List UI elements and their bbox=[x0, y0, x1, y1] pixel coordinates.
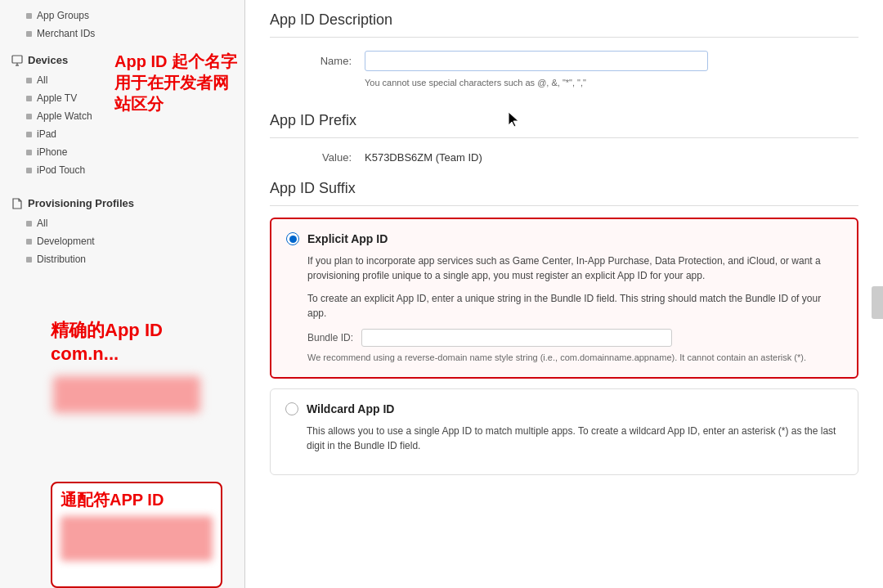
bullet-icon bbox=[26, 114, 32, 119]
sidebar-item-merchant-ids[interactable]: Merchant IDs bbox=[0, 25, 244, 43]
devices-title: Devices bbox=[28, 54, 68, 66]
suffix-section-title: App ID Suffix bbox=[270, 168, 858, 206]
sidebar-item-iphone[interactable]: iPhone bbox=[0, 143, 244, 161]
wildcard-card-header: Wildcard App ID bbox=[285, 402, 843, 415]
bullet-icon bbox=[26, 78, 32, 83]
sidebar-item-label: Apple Watch bbox=[37, 110, 92, 122]
wildcard-card-title: Wildcard App ID bbox=[307, 402, 394, 415]
wildcard-annotation-title: 通配符APP ID bbox=[52, 483, 221, 513]
bundle-id-input[interactable] bbox=[361, 329, 672, 347]
sidebar-item-app-groups[interactable]: App Groups bbox=[0, 7, 244, 25]
svg-rect-0 bbox=[12, 56, 22, 63]
bullet-icon bbox=[26, 31, 32, 37]
prefix-value-row: Value: K573DBS6ZM (Team ID) bbox=[270, 151, 858, 164]
sidebar-item-label: App Groups bbox=[37, 10, 89, 21]
sidebar-item-label: Distribution bbox=[37, 254, 86, 265]
wildcard-card-body: This allows you to use a single App ID t… bbox=[307, 424, 843, 453]
explicit-card-header: Explicit App ID bbox=[286, 232, 842, 245]
sidebar-item-label: iPod Touch bbox=[37, 164, 85, 176]
prefix-value-text: K573DBS6ZM (Team ID) bbox=[365, 151, 482, 164]
sidebar: App Groups Merchant IDs Devices All Appl… bbox=[0, 0, 245, 588]
provisioning-section: Provisioning Profiles All Development Di… bbox=[0, 186, 244, 275]
bullet-icon bbox=[26, 239, 32, 245]
wildcard-radio-button[interactable] bbox=[285, 402, 298, 415]
sidebar-item-label: Apple TV bbox=[37, 92, 77, 104]
bullet-icon bbox=[26, 168, 32, 173]
name-label: Name: bbox=[270, 55, 352, 67]
wildcard-app-id-card[interactable]: Wildcard App ID This allows you to use a… bbox=[270, 388, 858, 475]
bullet-icon bbox=[26, 132, 32, 137]
bullet-icon bbox=[26, 96, 32, 101]
blurred-content-2 bbox=[61, 516, 213, 561]
description-section-title: App ID Description bbox=[270, 0, 858, 38]
bundle-id-row: Bundle ID: bbox=[307, 329, 842, 347]
name-input[interactable] bbox=[365, 51, 708, 71]
sidebar-item-label: All bbox=[37, 218, 47, 229]
explicit-card-title: Explicit App ID bbox=[307, 232, 388, 245]
sidebar-item-label: iPhone bbox=[37, 146, 67, 158]
sidebar-item-all-profiles[interactable]: All bbox=[0, 214, 244, 232]
sidebar-item-ipod-touch[interactable]: iPod Touch bbox=[0, 161, 244, 179]
name-row: Name: bbox=[270, 51, 858, 71]
provisioning-title: Provisioning Profiles bbox=[28, 197, 134, 209]
main-panel: App ID Description Name: You cannot use … bbox=[245, 0, 883, 588]
provisioning-header[interactable]: Provisioning Profiles bbox=[0, 192, 244, 214]
monitor-icon bbox=[11, 55, 23, 66]
annotation-precise-app-id: 精确的App ID com.n... bbox=[51, 319, 163, 366]
sidebar-item-label: Merchant IDs bbox=[37, 28, 95, 39]
prefix-value-label: Value: bbox=[270, 151, 352, 164]
sidebar-item-distribution[interactable]: Distribution bbox=[0, 250, 244, 268]
prefix-section-title: App ID Prefix bbox=[270, 101, 858, 138]
explicit-app-id-card[interactable]: Explicit App ID If you plan to incorpora… bbox=[270, 218, 858, 379]
bullet-icon bbox=[26, 257, 32, 263]
bundle-id-hint: We recommend using a reverse-domain name… bbox=[307, 352, 842, 364]
wildcard-annotation-box: 通配符APP ID bbox=[51, 482, 222, 588]
sidebar-item-label: iPad bbox=[37, 128, 56, 140]
bullet-icon bbox=[26, 150, 32, 155]
sidebar-item-label: Development bbox=[37, 236, 95, 247]
name-hint: You cannot use special characters such a… bbox=[365, 78, 858, 88]
blurred-content-1 bbox=[53, 376, 200, 413]
explicit-card-body1: If you plan to incorporate app services … bbox=[307, 254, 842, 283]
bundle-id-label: Bundle ID: bbox=[307, 332, 353, 343]
scroll-handle[interactable] bbox=[872, 286, 883, 319]
bullet-icon bbox=[26, 221, 32, 227]
sidebar-item-development[interactable]: Development bbox=[0, 232, 244, 250]
annotation-app-id-name: App ID 起个名字 用于在开发者网站区分 bbox=[114, 51, 244, 114]
explicit-card-body2: To create an explicit App ID, enter a un… bbox=[307, 291, 842, 321]
document-icon bbox=[11, 198, 23, 209]
sidebar-item-label: All bbox=[37, 74, 47, 86]
sidebar-item-ipad[interactable]: iPad bbox=[0, 125, 244, 143]
bullet-icon bbox=[26, 13, 32, 19]
explicit-radio-button[interactable] bbox=[286, 232, 299, 245]
